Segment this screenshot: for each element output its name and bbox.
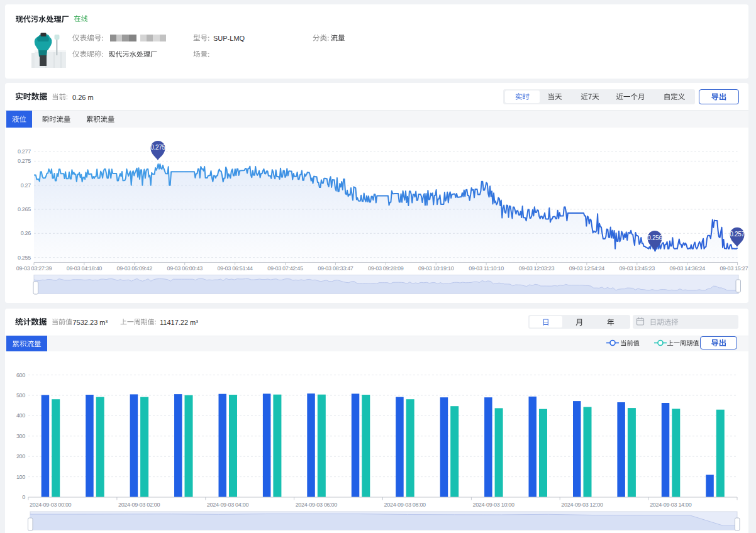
svg-text:09-03 05:09:42: 09-03 05:09:42 xyxy=(117,265,153,272)
svg-text:2024-09-03 14:00: 2024-09-03 14:00 xyxy=(650,502,692,508)
svg-text:0.27: 0.27 xyxy=(21,182,31,189)
svg-text:0.265: 0.265 xyxy=(18,206,31,212)
svg-text:09-03 06:00:43: 09-03 06:00:43 xyxy=(167,265,203,272)
svg-text:09-03 03:27:39: 09-03 03:27:39 xyxy=(16,265,52,272)
svg-text:09-03 11:10:10: 09-03 11:10:10 xyxy=(469,265,504,272)
svg-text:2024-09-03 12:00: 2024-09-03 12:00 xyxy=(561,502,603,508)
svg-text:09-03 09:28:09: 09-03 09:28:09 xyxy=(368,265,404,272)
svg-text:0.256: 0.256 xyxy=(647,234,662,241)
svg-text:09-03 14:36:24: 09-03 14:36:24 xyxy=(670,265,706,272)
svg-text:0.275: 0.275 xyxy=(18,158,31,164)
svg-text:0: 0 xyxy=(22,494,25,500)
svg-text:09-03 08:33:47: 09-03 08:33:47 xyxy=(318,265,353,272)
svg-text:100: 100 xyxy=(16,474,25,480)
svg-text:200: 200 xyxy=(16,453,25,459)
svg-text:300: 300 xyxy=(16,433,25,439)
svg-text:600: 600 xyxy=(16,372,25,378)
svg-text:2024-09-03 06:00: 2024-09-03 06:00 xyxy=(296,502,338,508)
svg-text:09-03 13:45:23: 09-03 13:45:23 xyxy=(620,265,655,272)
svg-text:400: 400 xyxy=(16,412,25,419)
svg-text:09-03 06:51:44: 09-03 06:51:44 xyxy=(217,265,253,272)
svg-text:2024-09-03 08:00: 2024-09-03 08:00 xyxy=(384,502,426,508)
svg-text:0.257: 0.257 xyxy=(730,231,745,238)
svg-text:2024-09-03 10:00: 2024-09-03 10:00 xyxy=(472,502,514,508)
svg-text:09-03 10:19:10: 09-03 10:19:10 xyxy=(418,265,454,272)
svg-text:2024-09-03 00:00: 2024-09-03 00:00 xyxy=(30,502,72,508)
svg-text:0.255: 0.255 xyxy=(18,255,31,261)
svg-text:2024-09-03 04:00: 2024-09-03 04:00 xyxy=(207,502,249,508)
svg-text:09-03 07:42:45: 09-03 07:42:45 xyxy=(267,265,303,272)
svg-text:2024-09-03 02:00: 2024-09-03 02:00 xyxy=(118,502,160,508)
svg-text:0.277: 0.277 xyxy=(18,148,31,155)
svg-text:0.26: 0.26 xyxy=(21,230,31,236)
svg-text:09-03 12:54:24: 09-03 12:54:24 xyxy=(569,265,605,272)
svg-text:09-03 12:03:23: 09-03 12:03:23 xyxy=(519,265,555,272)
svg-text:09-03 04:18:40: 09-03 04:18:40 xyxy=(67,265,103,272)
svg-text:500: 500 xyxy=(16,392,25,398)
svg-text:0.275: 0.275 xyxy=(150,144,165,151)
